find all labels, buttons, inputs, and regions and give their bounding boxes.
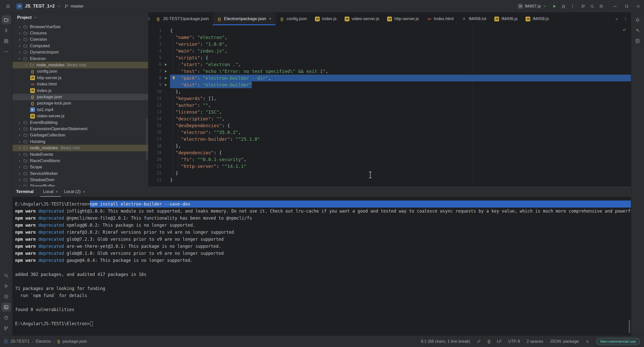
ai-assistant-icon[interactable] (633, 26, 642, 35)
editor-line[interactable]: 6 "start": "electron .", (148, 61, 631, 68)
maximize-button[interactable] (621, 0, 632, 12)
terminal-tab[interactable]: Local (2)× (61, 186, 88, 197)
tab-options-icon[interactable] (623, 17, 628, 21)
editor-tab[interactable]: JSIM#09.js (521, 13, 553, 25)
close-button[interactable] (632, 0, 644, 12)
project-tree-item[interactable]: JSvideo-server.js (13, 113, 148, 119)
indent-style[interactable]: 2 spaces (527, 339, 543, 344)
commit-icon[interactable] (2, 26, 11, 35)
debug-button[interactable] (559, 2, 568, 11)
editor-line[interactable]: 3 "version": "1.0.0", (148, 41, 631, 47)
inspections-ok-icon[interactable] (622, 27, 627, 32)
project-tree-item[interactable]: ›Closures (13, 30, 148, 36)
editor-tab[interactable]: JSindex.js (311, 13, 341, 25)
project-tree-item[interactable]: JShttp-server.js (13, 75, 148, 81)
editor-line[interactable]: 13 "license": "ISC", (148, 109, 631, 115)
project-scrollbar[interactable] (146, 119, 148, 160)
notifications-icon[interactable] (633, 15, 642, 24)
project-tree-item[interactable]: {}config.json (13, 68, 148, 75)
editor-line[interactable]: 14 "description": "", (148, 115, 631, 122)
project-tree-item[interactable]: ›GarbageCollection (13, 132, 148, 138)
project-tree-item[interactable]: ▸tst1.mp4 (13, 107, 148, 113)
editor-line[interactable]: 17 "electron-builder": "^25.1.8" (148, 136, 631, 142)
run-script-icon[interactable] (162, 68, 170, 75)
editor-line[interactable]: 5 "scripts": { (148, 54, 631, 61)
settings-icon[interactable] (597, 2, 606, 11)
file-encoding[interactable]: UTF-8 (508, 339, 520, 344)
breadcrumb-item[interactable]: Electron (36, 339, 51, 344)
editor-line[interactable]: 20 "fs": "^0.0.1-security", (148, 156, 631, 163)
tree-chevron-icon[interactable]: › (17, 184, 23, 186)
project-tree-item[interactable]: ›ExpressionOperatorStatement (13, 126, 148, 132)
editor-line[interactable]: 11 "keywords": [], (148, 95, 631, 102)
vcs-branch-widget[interactable]: master (64, 4, 84, 9)
terminal-output[interactable]: E:\Angular\JS-TEST1\Electron>npm install… (13, 197, 631, 335)
more-tool-windows-icon[interactable] (2, 47, 11, 56)
search-everywhere-icon[interactable] (588, 2, 597, 11)
project-panel-header[interactable]: Project (13, 13, 148, 23)
tree-chevron-icon[interactable]: › (17, 37, 23, 42)
services-icon[interactable] (2, 292, 11, 301)
caret-position[interactable]: 8:1 (68 chars, 1 line break) (421, 339, 470, 344)
code-with-me-icon[interactable] (579, 2, 588, 11)
project-tree-item[interactable]: ›node_moduleslibrary root (13, 62, 148, 68)
tree-chevron-icon[interactable]: › (17, 146, 23, 150)
hidden-tabs-icon[interactable] (614, 17, 619, 21)
tree-chevron-icon[interactable]: › (17, 171, 23, 176)
editor-line[interactable]: 18 }, (148, 142, 631, 149)
project-tree-item[interactable]: ›BrowserVueSse (13, 24, 148, 30)
run-script-icon[interactable] (162, 81, 170, 88)
project-icon[interactable] (2, 15, 11, 24)
breadcrumb-item[interactable]: package.json (63, 339, 87, 344)
project-tree-item[interactable]: ›Electron (13, 56, 148, 62)
tree-chevron-icon[interactable]: › (17, 127, 23, 131)
project-tree-item[interactable]: <>Index.html (13, 81, 148, 87)
braces-icon[interactable]: {} (488, 339, 490, 343)
project-tree[interactable]: ›BrowserVueSse›Closures›Coersion›Compute… (13, 23, 148, 186)
editor-line[interactable]: 7 "test": "echo \"Error: no test specifi… (148, 68, 631, 75)
intention-bulb-icon[interactable] (171, 75, 176, 81)
tree-chevron-icon[interactable]: › (17, 44, 23, 48)
run-script-icon[interactable] (162, 75, 170, 81)
editor-line[interactable]: 15 "devDependencies": { (148, 122, 631, 129)
lock-icon[interactable] (585, 339, 590, 343)
project-widget[interactable]: JS JS_TEST_1+2 (16, 3, 61, 10)
find-icon[interactable] (2, 271, 11, 280)
project-tree-item[interactable]: {}package-lock.json (13, 100, 148, 107)
editor-line[interactable]: 21 "http-server": "^14.1.1" (148, 163, 631, 170)
tree-chevron-icon[interactable]: › (17, 31, 23, 35)
minimize-button[interactable] (609, 0, 621, 12)
editor-line[interactable]: 22 } (148, 170, 631, 176)
tree-chevron-icon[interactable]: › (17, 139, 23, 144)
editor-line[interactable]: 12 "author": "", (148, 102, 631, 109)
project-tree-item[interactable]: ›Computed (13, 43, 148, 49)
close-tab-icon[interactable]: × (56, 189, 58, 194)
editor-tab[interactable]: {}config.json (275, 13, 311, 25)
file-type[interactable]: JSON: package (550, 339, 579, 344)
pencil-icon[interactable] (477, 339, 481, 343)
run-config-widget[interactable]: JS IM#07.js (516, 4, 548, 9)
project-tree-item[interactable]: ›Hoisting (13, 138, 148, 145)
project-tree-item[interactable]: ›EventBubbling (13, 119, 148, 126)
editor-line[interactable]: 10 }, (148, 88, 631, 95)
project-tree-item[interactable]: ›NodeEvents (13, 151, 148, 158)
editor-tab[interactable]: {}JS-TEST1\package.json (152, 13, 213, 25)
project-tree-item[interactable]: JSindex.js (13, 87, 148, 94)
tree-chevron-icon[interactable]: › (17, 178, 23, 182)
line-separator[interactable]: LF (497, 339, 502, 344)
editor-line[interactable]: 8 "pack": "electron-builder --dir", (148, 75, 631, 81)
tree-chevron-icon[interactable]: › (17, 56, 22, 62)
editor-line[interactable]: 23} (148, 176, 631, 183)
main-menu-icon[interactable] (4, 2, 13, 11)
run-button[interactable] (550, 2, 559, 11)
project-tree-item[interactable]: ›ShadowDom (13, 177, 148, 183)
editor[interactable]: 1{2 "name": "electron",3 "version": "1.0… (148, 25, 631, 186)
editor-line[interactable]: 1{ (148, 27, 631, 34)
structure-icon[interactable] (2, 36, 11, 45)
tree-chevron-icon[interactable]: › (17, 120, 23, 125)
problems-icon[interactable] (2, 313, 11, 322)
tree-chevron-icon[interactable]: › (17, 159, 23, 163)
project-tree-item[interactable]: ›ServiceWorker (13, 170, 148, 177)
editor-line[interactable]: 4 "main": "index.js", (148, 47, 631, 54)
project-tree-item[interactable]: ›SharedBuffer (13, 183, 148, 186)
